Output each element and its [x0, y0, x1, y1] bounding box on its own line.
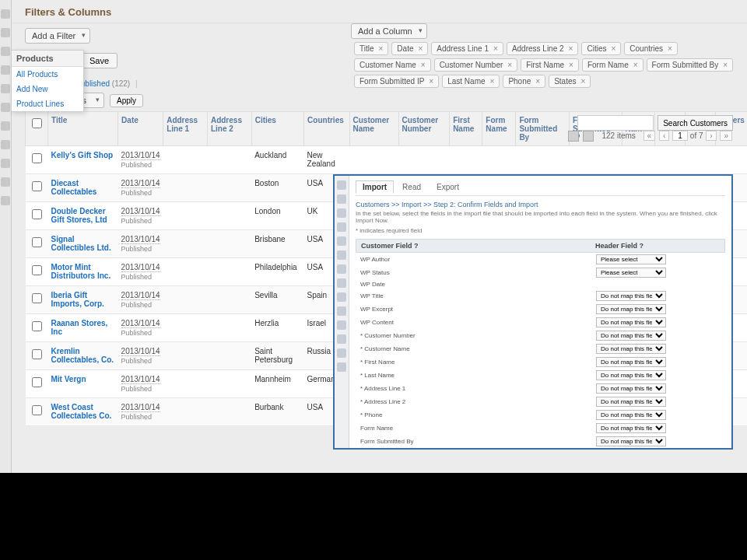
row-title-link[interactable]: Diecast Collectables [51, 179, 97, 196]
pager-last[interactable]: » [720, 131, 732, 141]
dialog-tool-icon[interactable] [337, 362, 346, 372]
dialog-tool-icon[interactable] [337, 334, 346, 344]
field-map-select[interactable]: Do not map this field [596, 397, 666, 407]
grid-view-icon[interactable] [583, 131, 594, 142]
field-map-select[interactable]: Do not map this field [596, 317, 666, 327]
row-title-link[interactable]: Signal Collectibles Ltd. [51, 235, 111, 252]
field-map-select[interactable]: Please select [596, 254, 666, 264]
row-title-link[interactable]: Raanan Stores, Inc [51, 319, 108, 336]
save-button[interactable]: Save [81, 53, 117, 68]
dialog-tool-icon[interactable] [337, 306, 346, 316]
tool-icon[interactable] [1, 84, 10, 93]
field-map-select[interactable]: Please select [596, 268, 666, 278]
select-all-checkbox[interactable] [32, 118, 42, 128]
add-filter-button[interactable]: Add a Filter [25, 28, 90, 44]
column-chip[interactable]: Last Name× [442, 75, 500, 88]
dialog-tool-icon[interactable] [337, 264, 346, 274]
dialog-tab[interactable]: Import [356, 180, 394, 194]
field-map-select[interactable]: Do not map this field [596, 291, 666, 301]
pager-prev[interactable]: ‹ [659, 131, 669, 141]
search-button[interactable]: Search Customers [658, 115, 733, 131]
pager-page-input[interactable] [672, 131, 688, 141]
dialog-tab[interactable]: Export [430, 180, 466, 194]
dialog-tool-icon[interactable] [337, 348, 346, 358]
chip-remove-icon[interactable]: × [569, 44, 573, 53]
field-map-select[interactable]: Do not map this field [596, 383, 666, 394]
column-header[interactable]: Form Name [482, 112, 516, 146]
field-map-select[interactable]: Do not map this field [596, 410, 666, 420]
column-header[interactable]: Cities [251, 112, 303, 146]
dialog-tool-icon[interactable] [337, 222, 346, 232]
column-header[interactable]: Customer Name [349, 112, 398, 146]
chip-remove-icon[interactable]: × [723, 61, 728, 69]
column-chip[interactable]: Title× [354, 42, 388, 55]
row-title-link[interactable]: Kelly's Gift Shop [51, 151, 114, 159]
tool-icon[interactable] [1, 103, 10, 112]
pager-first[interactable]: « [644, 131, 656, 141]
column-header[interactable]: Address Line 2 [207, 112, 251, 146]
dialog-tool-icon[interactable] [337, 250, 346, 260]
row-checkbox[interactable] [32, 321, 42, 331]
tool-icon[interactable] [1, 140, 10, 149]
column-chip[interactable]: Form Submitted IP× [354, 75, 439, 88]
row-checkbox[interactable] [32, 153, 42, 163]
field-map-select[interactable]: Do not map this field [596, 370, 666, 380]
column-header[interactable]: Countries [304, 112, 349, 146]
column-header[interactable]: Customer Number [398, 112, 450, 146]
row-checkbox[interactable] [32, 209, 42, 219]
row-checkbox[interactable] [32, 293, 42, 303]
list-view-icon[interactable] [568, 131, 579, 142]
chip-remove-icon[interactable]: × [535, 77, 540, 86]
field-map-select[interactable]: Do not map this field [596, 423, 666, 433]
row-title-link[interactable]: Kremlin Collectables, Co. [51, 347, 114, 364]
column-chip[interactable]: Address Line 1× [431, 42, 503, 55]
column-chip[interactable]: Customer Name× [354, 58, 431, 72]
search-input[interactable] [577, 115, 654, 131]
row-checkbox[interactable] [32, 237, 42, 247]
chip-remove-icon[interactable]: × [429, 77, 433, 86]
chip-remove-icon[interactable]: × [493, 44, 498, 53]
chip-remove-icon[interactable]: × [569, 61, 573, 69]
dialog-tool-icon[interactable] [337, 180, 346, 190]
field-map-select[interactable]: Do not map this field [596, 331, 666, 341]
dialog-tool-icon[interactable] [337, 278, 346, 288]
row-checkbox[interactable] [32, 349, 42, 359]
chip-remove-icon[interactable]: × [633, 61, 638, 69]
flyout-item[interactable]: Add New [12, 82, 83, 96]
column-chip[interactable]: Cities× [581, 42, 621, 55]
tool-icon[interactable] [1, 47, 10, 56]
row-title-link[interactable]: West Coast Collectables Co. [51, 403, 112, 420]
column-chip[interactable]: Date× [391, 42, 428, 55]
dialog-tool-icon[interactable] [337, 292, 346, 302]
column-chip[interactable]: Customer Number× [434, 58, 518, 72]
row-checkbox[interactable] [32, 181, 42, 191]
column-header[interactable]: Date [118, 112, 163, 146]
column-chip[interactable]: Form Submitted By× [647, 58, 733, 72]
chip-remove-icon[interactable]: × [507, 61, 512, 69]
chip-remove-icon[interactable]: × [418, 44, 423, 53]
column-chip[interactable]: Address Line 2× [507, 42, 579, 55]
pager-next[interactable]: › [706, 131, 716, 141]
column-chip[interactable]: Phone× [503, 75, 545, 88]
row-checkbox[interactable] [32, 377, 42, 387]
chip-remove-icon[interactable]: × [668, 44, 672, 53]
chip-remove-icon[interactable]: × [581, 77, 586, 86]
column-chip[interactable]: States× [549, 75, 591, 88]
tool-icon[interactable] [1, 121, 10, 131]
row-checkbox[interactable] [32, 405, 42, 415]
column-header[interactable]: Address Line 1 [163, 112, 208, 146]
dialog-tab[interactable]: Read [395, 180, 428, 194]
field-map-select[interactable]: Do not map this field [596, 304, 666, 314]
add-column-button[interactable]: Add a Column [351, 23, 427, 39]
tool-icon[interactable] [1, 196, 10, 205]
apply-button[interactable]: Apply [110, 94, 143, 107]
tool-icon[interactable] [1, 177, 10, 187]
row-title-link[interactable]: Motor Mint Distributors Inc. [51, 263, 111, 280]
chip-remove-icon[interactable]: × [490, 77, 495, 86]
flyout-item[interactable]: Product Lines [12, 96, 83, 111]
tool-icon[interactable] [1, 159, 10, 168]
dialog-tool-icon[interactable] [337, 236, 346, 246]
column-header[interactable]: Form Submitted By [516, 112, 570, 146]
dialog-tool-icon[interactable] [337, 208, 346, 218]
dialog-tool-icon[interactable] [337, 320, 346, 330]
